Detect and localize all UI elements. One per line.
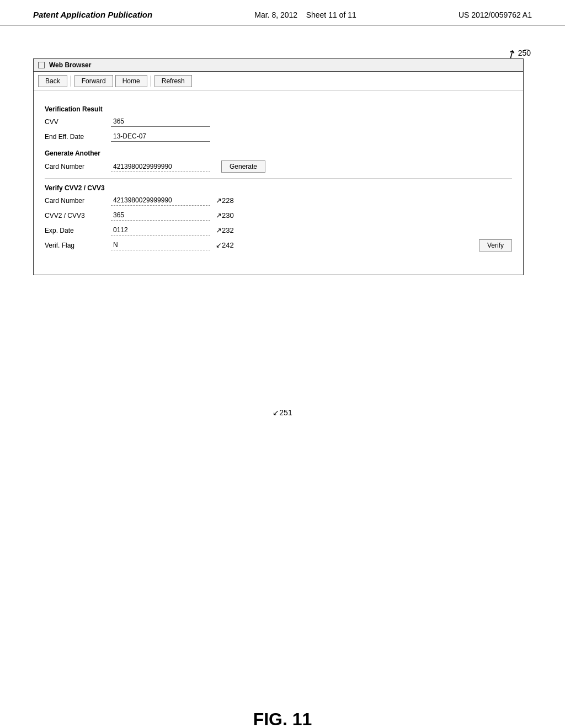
verify-cvv2-cvv3-input[interactable] xyxy=(111,210,210,221)
page-header: Patent Application Publication Mar. 8, 2… xyxy=(0,0,565,25)
browser-title: Web Browser xyxy=(49,61,91,69)
verify-cvv-label: Verify CVV2 / CVV3 xyxy=(45,184,512,192)
verify-exp-date-label: Exp. Date xyxy=(45,227,111,234)
verify-exp-date-input[interactable] xyxy=(111,225,210,235)
verify-verif-flag-label: Verif. Flag xyxy=(45,242,111,249)
verify-button[interactable]: Verify xyxy=(479,239,512,251)
end-eff-date-field-row: End Eff. Date xyxy=(45,131,512,142)
annot-232: ↗232 xyxy=(216,226,234,234)
end-eff-date-input[interactable] xyxy=(111,131,210,142)
bottom-spacer xyxy=(45,255,512,264)
verify-verif-flag-row: Verif. Flag ↙242 Verify xyxy=(45,240,512,250)
generate-card-number-label: Card Number xyxy=(45,163,111,170)
verification-result-label: Verification Result xyxy=(45,105,512,113)
generate-card-number-row: Card Number Generate xyxy=(45,160,512,173)
browser-toolbar: Back Forward Home Refresh xyxy=(34,72,523,91)
verify-card-number-input[interactable] xyxy=(111,195,210,206)
generate-card-number-input[interactable] xyxy=(111,162,210,172)
browser-window: Web Browser Back Forward Home Refresh Ve… xyxy=(33,58,524,275)
generate-button[interactable]: Generate xyxy=(221,160,265,173)
verify-cvv2-cvv3-label: CVV2 / CVV3 xyxy=(45,212,111,220)
browser-content: Verification Result CVV End Eff. Date Ge… xyxy=(34,91,523,275)
section-divider xyxy=(45,178,512,179)
verify-exp-date-row: Exp. Date ↗232 xyxy=(45,225,512,235)
toolbar-separator-2 xyxy=(151,76,151,87)
toolbar-separator-1 xyxy=(71,76,71,87)
date-label: Mar. 8, 2012 Sheet 11 of 11 xyxy=(254,10,356,19)
home-button[interactable]: Home xyxy=(115,75,147,87)
cvv-label: CVV xyxy=(45,118,111,126)
back-button[interactable]: Back xyxy=(38,75,67,87)
verify-card-number-row: Card Number ↗228 xyxy=(45,195,512,206)
verify-card-number-label: Card Number xyxy=(45,197,111,205)
ref-251-label: ↙251 xyxy=(273,408,292,417)
main-content: ↗ 250 – Web Browser Back Forward Home Re… xyxy=(0,25,565,728)
ref-250-dash: – xyxy=(524,45,529,53)
refresh-button[interactable]: Refresh xyxy=(154,75,192,87)
annot-230: ↗230 xyxy=(216,211,234,220)
end-eff-date-label: End Eff. Date xyxy=(45,133,111,141)
verify-verif-flag-input[interactable] xyxy=(111,240,210,250)
generate-another-label: Generate Another xyxy=(45,149,512,157)
cvv-input[interactable] xyxy=(111,116,210,127)
verify-cvv2-cvv3-row: CVV2 / CVV3 ↗230 xyxy=(45,210,512,221)
browser-checkbox-icon xyxy=(38,62,45,68)
annot-228: ↗228 xyxy=(216,196,234,205)
cvv-field-row: CVV xyxy=(45,116,512,127)
publication-label: Patent Application Publication xyxy=(33,10,152,19)
forward-button[interactable]: Forward xyxy=(74,75,113,87)
figure-caption: FIG. 11 xyxy=(33,709,532,728)
annot-242: ↙242 xyxy=(216,241,234,249)
browser-titlebar: Web Browser xyxy=(34,59,523,72)
patent-number: US 2012/0059762 A1 xyxy=(459,10,532,19)
